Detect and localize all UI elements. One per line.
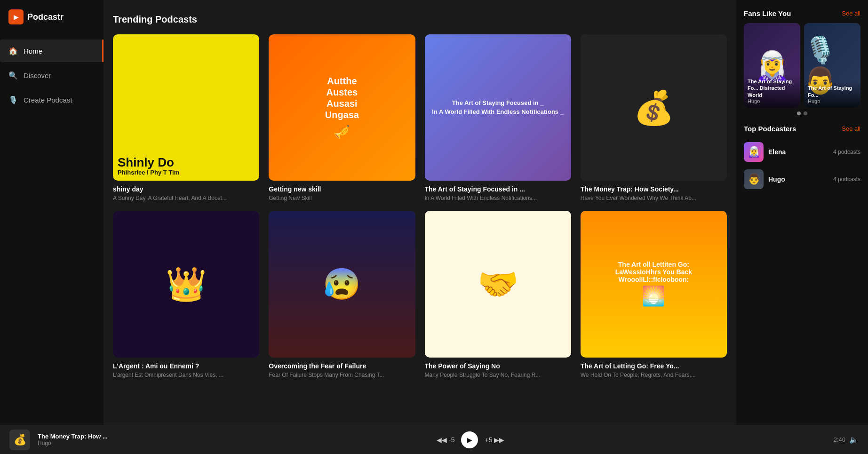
podcaster-avatar-elena: 🧝‍♀️ (744, 142, 764, 162)
podcaster-avatar-hugo: 👨 (744, 169, 764, 189)
fan-card-0[interactable]: 🧝‍♀️ The Art of Staying Fo... Distracted… (744, 23, 800, 108)
player-info: The Money Trap: How ... Hugo (38, 433, 108, 446)
podcast-card-fear[interactable]: 😰 Overcoming the Fear of Failure Fear Of… (269, 211, 415, 378)
top-podcasters-title: Top Podcasters (744, 125, 796, 133)
podcaster-count-hugo: 4 podcasts (833, 176, 860, 183)
podcast-desc-6: Many People Struggle To Say No, Fearing … (425, 372, 571, 378)
fans-carousel: 🧝‍♀️ The Art of Staying Fo... Distracted… (744, 23, 860, 108)
sidebar-item-discover-label: Discover (24, 72, 51, 80)
podcast-name-4: L'Argent : Ami ou Ennemi ? (113, 362, 259, 370)
podcast-card-argent[interactable]: 👑 L'Argent : Ami ou Ennemi ? L'argent Es… (113, 211, 259, 378)
podcast-thumb-money: 💰 (581, 34, 727, 181)
podcast-card-money[interactable]: 💰 The Money Trap: How Society... Have Yo… (581, 34, 727, 201)
podcast-thumb-letting: The Art oll Lettiten Go:LaWessIoHhrs You… (581, 211, 727, 357)
player-timestamp: 2:40 (834, 436, 845, 443)
podcaster-name-hugo: Hugo (768, 175, 828, 183)
podcast-name-2: The Art of Staying Focused in ... (425, 185, 571, 193)
skip-back-label: -5 (449, 436, 454, 444)
podcasters-see-all[interactable]: See all (842, 125, 860, 132)
logo-icon: ▶ (8, 9, 24, 24)
podcast-name-7: The Art of Letting Go: Free Yo... (581, 362, 727, 370)
sidebar-item-home[interactable]: 🏠 Home (0, 40, 104, 62)
podcast-name-6: The Power of Saying No (425, 362, 571, 370)
carousel-dots (744, 112, 860, 115)
podcast-desc-5: Fear Of Failure Stops Many From Chasing … (269, 372, 415, 378)
podcaster-count-elena: 4 podcasts (833, 149, 860, 155)
sidebar-item-create[interactable]: 🎙️ Create Podcast (0, 88, 104, 111)
trending-title: Trending Podcasts (113, 14, 727, 25)
thumb-letting: The Art oll Lettiten Go:LaWessIoHhrs You… (581, 211, 727, 357)
fans-section-header: Fans Like You See all (744, 9, 860, 17)
podcast-name-5: Overcoming the Fear of Failure (269, 362, 415, 370)
play-icon: ▶ (467, 436, 472, 444)
podcast-card-focused[interactable]: The Art of Staying Focused in _In A Worl… (425, 34, 571, 201)
dot-1[interactable] (804, 112, 807, 115)
skip-forward-label: +5 (485, 436, 492, 444)
podcast-name-0: shiny day (113, 185, 259, 193)
podcast-card-letting[interactable]: The Art oll Lettiten Go:LaWessIoHhrs You… (581, 211, 727, 378)
bottom-player: 💰 The Money Trap: How ... Hugo ◀◀ -5 ▶ +… (0, 425, 868, 454)
thumb-shiny-day: Shinly Do Phihsrlee i Phy T Tim (113, 34, 259, 181)
thumb-money: 💰 (581, 34, 727, 181)
podcast-desc-7: We Hold On To People, Regrets, And Fears… (581, 372, 727, 378)
podcaster-item-elena[interactable]: 🧝‍♀️ Elena 4 podcasts (744, 138, 860, 166)
podcast-card-shiny-day[interactable]: Shinly Do Phihsrlee i Phy T Tim shiny da… (113, 34, 259, 201)
fan-card-0-overlay: The Art of Staying Fo... Distracted Worl… (744, 74, 800, 108)
create-icon: 🎙️ (8, 95, 18, 104)
podcast-thumb-saying: 🤝 (425, 211, 571, 357)
sidebar-item-home-label: Home (24, 47, 42, 55)
podcaster-name-elena: Elena (768, 148, 828, 156)
dot-0[interactable] (797, 112, 801, 115)
podcast-name-3: The Money Trap: How Society... (581, 185, 727, 193)
fan-card-1-author: Hugo (808, 98, 857, 104)
skip-forward-icon: ▶▶ (494, 436, 504, 444)
player-time-area: 2:40 🔈 (834, 435, 859, 444)
podcast-desc-2: In A World Filled With Endless Notificat… (425, 195, 571, 201)
fan-card-1[interactable]: 🎙️👨 The Art of Staying Fo... Hugo (804, 23, 860, 108)
discover-icon: 🔍 (8, 71, 18, 80)
thumb-argent: 👑 (113, 211, 259, 357)
fan-card-1-overlay: The Art of Staying Fo... Hugo (804, 81, 860, 108)
player-author: Hugo (38, 440, 108, 446)
sidebar-item-create-label: Create Podcast (24, 96, 72, 104)
main-content: Trending Podcasts Shinly Do Phihsrlee i … (104, 0, 736, 454)
trending-grid: Shinly Do Phihsrlee i Phy T Tim shiny da… (113, 34, 727, 378)
podcast-thumb-argent: 👑 (113, 211, 259, 357)
logo-area: ▶ Podcastr (0, 0, 104, 39)
podcast-desc-3: Have You Ever Wondered Why We Think Ab..… (581, 195, 727, 201)
podcast-desc-0: A Sunny Day, A Grateful Heart, And A Boo… (113, 195, 259, 201)
player-thumb: 💰 (9, 430, 30, 450)
podcasters-section-header: Top Podcasters See all (744, 125, 860, 133)
skip-back-button[interactable]: ◀◀ -5 (437, 436, 454, 444)
fan-card-0-name: The Art of Staying Fo... Distracted Worl… (748, 78, 796, 98)
fan-card-0-author: Hugo (748, 98, 796, 104)
podcast-name-1: Getting new skill (269, 185, 415, 193)
player-controls: ◀◀ -5 ▶ +5 ▶▶ (115, 431, 826, 448)
volume-icon[interactable]: 🔈 (849, 435, 859, 444)
thumb-saying: 🤝 (425, 211, 571, 357)
player-title: The Money Trap: How ... (38, 433, 108, 440)
podcast-desc-1: Getting New Skill (269, 195, 415, 201)
sidebar: ▶ Podcastr 🏠 Home 🔍 Discover 🎙️ Create P… (0, 0, 104, 454)
right-panel: Fans Like You See all 🧝‍♀️ The Art of St… (736, 0, 868, 426)
sidebar-item-discover[interactable]: 🔍 Discover (0, 64, 104, 87)
fans-title: Fans Like You (744, 9, 791, 17)
thumb-fear: 😰 (269, 211, 415, 357)
podcast-card-saying[interactable]: 🤝 The Power of Saying No Many People Str… (425, 211, 571, 378)
podcast-thumb-fear: 😰 (269, 211, 415, 357)
skip-back-icon: ◀◀ (437, 436, 447, 444)
play-button[interactable]: ▶ (461, 431, 478, 448)
thumb-focused: The Art of Staying Focused in _In A Worl… (425, 34, 571, 181)
podcast-thumb-skill: AuttheAustesAusasiUngasa 🎺 (269, 34, 415, 181)
fan-card-1-name: The Art of Staying Fo... (808, 85, 857, 98)
podcast-desc-4: L'argent Est Omniprésent Dans Nos Vies, … (113, 372, 259, 378)
podcaster-item-hugo[interactable]: 👨 Hugo 4 podcasts (744, 166, 860, 193)
podcast-thumb-shiny-day: Shinly Do Phihsrlee i Phy T Tim (113, 34, 259, 181)
podcast-thumb-focused: The Art of Staying Focused in _In A Worl… (425, 34, 571, 181)
home-icon: 🏠 (8, 46, 18, 56)
thumb-skill: AuttheAustesAusasiUngasa 🎺 (269, 34, 415, 181)
skip-forward-button[interactable]: +5 ▶▶ (485, 436, 504, 444)
app-name: Podcastr (27, 12, 64, 22)
fans-see-all[interactable]: See all (842, 10, 860, 17)
podcast-card-skill[interactable]: AuttheAustesAusasiUngasa 🎺 Getting new s… (269, 34, 415, 201)
